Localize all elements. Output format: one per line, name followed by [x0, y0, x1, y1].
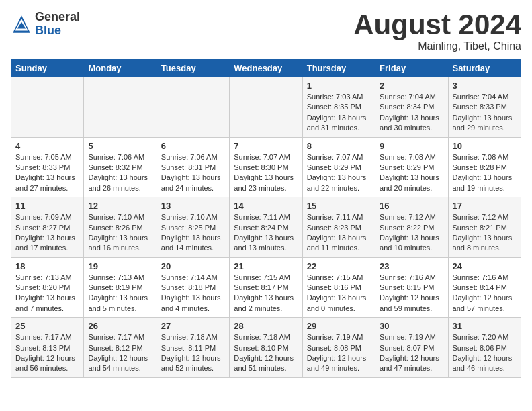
sunrise-text: Sunrise: 7:16 AM	[453, 273, 509, 281]
day-number: 1	[307, 81, 371, 91]
sunset-text: Sunset: 8:20 PM	[15, 283, 70, 291]
day-info: Sunrise: 7:17 AMSunset: 8:13 PMDaylight:…	[15, 332, 79, 374]
day-info: Sunrise: 7:13 AMSunset: 8:20 PMDaylight:…	[15, 273, 79, 314]
sunrise-text: Sunrise: 7:19 AM	[307, 333, 363, 341]
sunrise-text: Sunrise: 7:15 AM	[234, 273, 290, 281]
sunrise-text: Sunrise: 7:10 AM	[88, 213, 144, 221]
sunrise-text: Sunrise: 7:08 AM	[380, 153, 436, 161]
daylight-text: Daylight: 13 hours	[307, 113, 367, 122]
day-info: Sunrise: 7:15 AMSunset: 8:16 PMDaylight:…	[307, 273, 371, 314]
day-number: 30	[380, 321, 443, 331]
daylight-text: Daylight: 13 hours	[380, 113, 439, 122]
sunset-text: Sunset: 8:30 PM	[234, 163, 288, 171]
calendar-day: 31Sunrise: 7:20 AMSunset: 8:06 PMDayligh…	[448, 318, 521, 378]
daylight-text: Daylight: 13 hours	[88, 293, 148, 302]
day-number: 3	[453, 81, 517, 91]
day-info: Sunrise: 7:19 AMSunset: 8:08 PMDaylight:…	[307, 332, 371, 374]
logo: General Blue	[11, 11, 80, 38]
header-row: Sunday Monday Tuesday Wednesday Thursday…	[11, 60, 521, 77]
sunrise-text: Sunrise: 7:06 AM	[88, 153, 144, 161]
sunset-text: Sunset: 8:27 PM	[15, 224, 70, 232]
daylight-text: Daylight: 12 hours	[161, 354, 221, 362]
daylight-text: and 11 minutes.	[307, 244, 359, 252]
daylight-text: Daylight: 12 hours	[234, 354, 294, 362]
day-info: Sunrise: 7:17 AMSunset: 8:12 PMDaylight:…	[88, 332, 152, 374]
sunrise-text: Sunrise: 7:13 AM	[88, 273, 144, 281]
daylight-text: Daylight: 12 hours	[453, 354, 513, 362]
calendar-week-5: 25Sunrise: 7:17 AMSunset: 8:13 PMDayligh…	[11, 318, 521, 378]
daylight-text: Daylight: 12 hours	[380, 354, 439, 362]
daylight-text: and 29 minutes.	[453, 124, 505, 132]
sunrise-text: Sunrise: 7:11 AM	[234, 213, 290, 221]
sunset-text: Sunset: 8:24 PM	[234, 224, 288, 232]
daylight-text: and 23 minutes.	[234, 184, 286, 192]
location-text: Mainling, Tibet, China	[353, 40, 521, 52]
daylight-text: Daylight: 13 hours	[234, 173, 294, 181]
day-info: Sunrise: 7:05 AMSunset: 8:33 PMDaylight:…	[15, 152, 79, 194]
day-info: Sunrise: 7:14 AMSunset: 8:18 PMDaylight:…	[161, 273, 225, 314]
daylight-text: Daylight: 13 hours	[380, 234, 439, 242]
day-info: Sunrise: 7:10 AMSunset: 8:26 PMDaylight:…	[88, 212, 152, 254]
day-info: Sunrise: 7:09 AMSunset: 8:27 PMDaylight:…	[15, 212, 79, 254]
sunrise-text: Sunrise: 7:17 AM	[15, 333, 72, 341]
calendar-day: 29Sunrise: 7:19 AMSunset: 8:08 PMDayligh…	[302, 318, 375, 378]
calendar-week-4: 18Sunrise: 7:13 AMSunset: 8:20 PMDayligh…	[11, 257, 521, 318]
day-info: Sunrise: 7:18 AMSunset: 8:11 PMDaylight:…	[161, 332, 225, 374]
sunset-text: Sunset: 8:29 PM	[380, 163, 434, 171]
day-info: Sunrise: 7:08 AMSunset: 8:28 PMDaylight:…	[453, 152, 517, 194]
day-info: Sunrise: 7:12 AMSunset: 8:22 PMDaylight:…	[380, 212, 443, 254]
day-number: 18	[15, 261, 79, 271]
sunset-text: Sunset: 8:35 PM	[307, 103, 361, 111]
sunrise-text: Sunrise: 7:14 AM	[161, 273, 218, 281]
sunset-text: Sunset: 8:19 PM	[88, 283, 142, 291]
day-number: 5	[88, 141, 152, 151]
daylight-text: and 30 minutes.	[380, 124, 432, 132]
calendar-day: 15Sunrise: 7:11 AMSunset: 8:23 PMDayligh…	[302, 197, 375, 258]
calendar-day: 26Sunrise: 7:17 AMSunset: 8:12 PMDayligh…	[84, 318, 157, 378]
sunset-text: Sunset: 8:31 PM	[161, 163, 216, 171]
sunset-text: Sunset: 8:26 PM	[88, 224, 142, 232]
daylight-text: and 52 minutes.	[161, 364, 214, 372]
calendar-day: 13Sunrise: 7:10 AMSunset: 8:25 PMDayligh…	[157, 197, 229, 258]
sunset-text: Sunset: 8:07 PM	[380, 344, 434, 352]
day-info: Sunrise: 7:13 AMSunset: 8:19 PMDaylight:…	[88, 273, 152, 314]
daylight-text: Daylight: 13 hours	[234, 234, 294, 242]
sunset-text: Sunset: 8:22 PM	[380, 224, 434, 232]
sunrise-text: Sunrise: 7:04 AM	[380, 93, 436, 101]
daylight-text: and 5 minutes.	[88, 304, 136, 312]
daylight-text: Daylight: 13 hours	[234, 293, 294, 302]
calendar-day	[11, 77, 84, 138]
day-info: Sunrise: 7:18 AMSunset: 8:10 PMDaylight:…	[234, 332, 298, 374]
calendar-day	[84, 77, 157, 138]
logo-general-text: General	[35, 11, 80, 24]
day-info: Sunrise: 7:06 AMSunset: 8:31 PMDaylight:…	[161, 152, 225, 194]
day-info: Sunrise: 7:07 AMSunset: 8:30 PMDaylight:…	[234, 152, 298, 194]
calendar-day: 11Sunrise: 7:09 AMSunset: 8:27 PMDayligh…	[11, 197, 84, 258]
calendar-day: 24Sunrise: 7:16 AMSunset: 8:14 PMDayligh…	[448, 257, 521, 318]
daylight-text: and 57 minutes.	[453, 304, 505, 312]
calendar-day: 2Sunrise: 7:04 AMSunset: 8:34 PMDaylight…	[375, 77, 448, 138]
calendar-day: 4Sunrise: 7:05 AMSunset: 8:33 PMDaylight…	[11, 137, 84, 197]
daylight-text: Daylight: 13 hours	[15, 293, 75, 302]
day-info: Sunrise: 7:06 AMSunset: 8:32 PMDaylight:…	[88, 152, 152, 194]
daylight-text: Daylight: 13 hours	[15, 173, 75, 181]
daylight-text: and 14 minutes.	[161, 244, 214, 252]
daylight-text: Daylight: 12 hours	[307, 354, 367, 362]
daylight-text: and 56 minutes.	[15, 364, 68, 372]
title-area: August 2024 Mainling, Tibet, China	[353, 11, 521, 52]
calendar-day: 25Sunrise: 7:17 AMSunset: 8:13 PMDayligh…	[11, 318, 84, 378]
daylight-text: Daylight: 13 hours	[307, 234, 367, 242]
sunrise-text: Sunrise: 7:04 AM	[453, 93, 509, 101]
day-number: 13	[161, 201, 225, 211]
daylight-text: Daylight: 13 hours	[453, 234, 513, 242]
day-number: 6	[161, 141, 225, 151]
day-info: Sunrise: 7:04 AMSunset: 8:34 PMDaylight:…	[380, 92, 443, 134]
sunrise-text: Sunrise: 7:15 AM	[307, 273, 363, 281]
logo-icon	[11, 13, 32, 35]
sunset-text: Sunset: 8:33 PM	[453, 103, 507, 111]
daylight-text: Daylight: 13 hours	[307, 173, 367, 181]
daylight-text: and 2 minutes.	[234, 304, 282, 312]
daylight-text: Daylight: 12 hours	[380, 293, 439, 302]
daylight-text: and 31 minutes.	[307, 124, 359, 132]
sunrise-text: Sunrise: 7:08 AM	[453, 153, 509, 161]
